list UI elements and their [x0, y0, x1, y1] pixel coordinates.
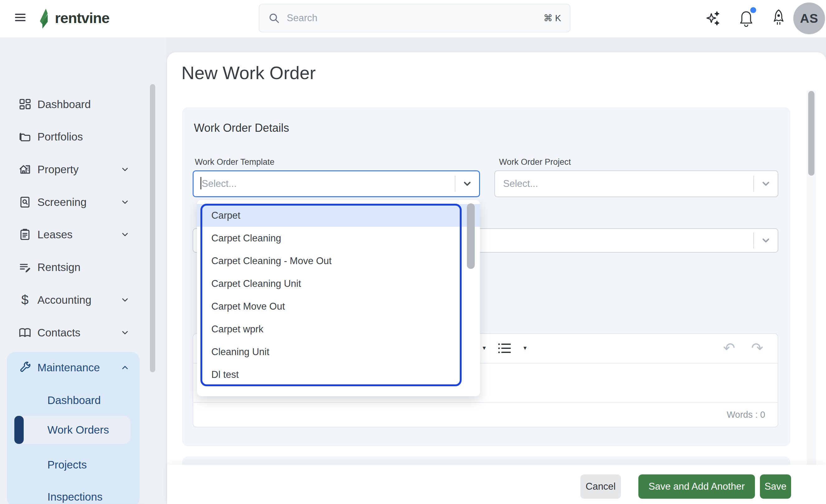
- template-dropdown-popup: Carpet Carpet Cleaning Carpet Cleaning -…: [197, 200, 480, 396]
- rocket-icon[interactable]: [770, 9, 787, 27]
- chevron-down-icon[interactable]: [754, 179, 778, 189]
- chevron-down-icon: [120, 165, 130, 174]
- word-count: Words : 0: [726, 410, 765, 420]
- sparkles-ai-icon[interactable]: [705, 10, 722, 27]
- work-order-project-label: Work Order Project: [499, 157, 571, 167]
- chevron-down-icon[interactable]: [455, 179, 479, 189]
- sidebar-item-rentsign[interactable]: Rentsign: [0, 256, 146, 278]
- sidebar-item-property[interactable]: Property: [0, 159, 146, 180]
- avatar[interactable]: AS: [793, 2, 825, 34]
- sidebar-subitem-label: Inspections: [47, 491, 103, 503]
- dollar-icon: $: [18, 293, 32, 307]
- rentvine-logo-icon[interactable]: [38, 8, 52, 29]
- sidebar-item-label: Rentsign: [38, 261, 80, 273]
- sidebar-item-label: Leases: [38, 228, 73, 241]
- sidebar-item-portfolios[interactable]: Portfolios: [0, 126, 146, 148]
- global-search-input[interactable]: Search ⌘ K: [259, 4, 571, 33]
- search-placeholder: Search: [287, 12, 537, 24]
- sidebar-item-label: Contacts: [38, 326, 80, 339]
- sidebar-item-leases[interactable]: Leases: [0, 224, 146, 245]
- dropdown-option[interactable]: Carpet Cleaning Unit: [197, 272, 480, 295]
- dashboard-grid-icon: [18, 98, 32, 111]
- redo-icon[interactable]: ↷: [751, 341, 763, 355]
- page-title: New Work Order: [181, 62, 316, 83]
- sidebar-subitem-label: Dashboard: [47, 394, 101, 406]
- bullet-list-icon[interactable]: [497, 342, 512, 355]
- dropdown-option[interactable]: Carpet Move Out: [197, 295, 480, 318]
- chevron-down-icon: [120, 230, 130, 239]
- leases-clipboard-icon: [18, 228, 32, 241]
- rentsign-signature-icon: [18, 260, 32, 274]
- notification-badge: [750, 7, 756, 13]
- work-order-template-select[interactable]: Select...: [193, 170, 480, 197]
- sidebar-item-work-orders[interactable]: Work Orders: [0, 419, 146, 441]
- work-order-project-select[interactable]: Select...: [494, 170, 778, 197]
- editor-footer: Words : 0: [193, 402, 778, 427]
- dropdown-option[interactable]: Carpet Cleaning - Move Out: [197, 250, 480, 272]
- save-button[interactable]: Save: [760, 475, 791, 499]
- sidebar-item-label: Portfolios: [38, 130, 83, 143]
- search-shortcut: ⌘ K: [544, 13, 561, 23]
- sidebar-subitem-label: Work Orders: [47, 424, 109, 436]
- sidebar-scrollbar[interactable]: [150, 84, 155, 372]
- avatar-initials: AS: [800, 11, 819, 26]
- chevron-down-icon: [120, 328, 130, 337]
- property-house-icon: [18, 163, 32, 176]
- sidebar-item-label: Accounting: [38, 294, 91, 306]
- brand-name[interactable]: rentvine: [55, 9, 109, 26]
- chevron-down-icon[interactable]: [754, 235, 778, 246]
- sidebar-item-label: Screening: [38, 196, 86, 208]
- sidebar-item-contacts[interactable]: Contacts: [0, 322, 146, 343]
- app-header: rentvine Search ⌘ K AS: [0, 0, 826, 38]
- cancel-button[interactable]: Cancel: [580, 475, 621, 499]
- template-select-placeholder: Select...: [193, 178, 455, 189]
- sidebar-item-maintenance-dashboard[interactable]: Dashboard: [0, 389, 146, 411]
- dropdown-option[interactable]: Cleaning Unit: [197, 340, 480, 363]
- chevron-down-icon: [120, 295, 130, 305]
- sidebar-subitem-label: Projects: [47, 458, 86, 471]
- sidebar-item-label: Maintenance: [38, 361, 100, 374]
- sidebar-item-dashboard[interactable]: Dashboard: [0, 93, 146, 115]
- dropdown-scrollbar-thumb[interactable]: [467, 203, 475, 269]
- sidebar-item-maintenance[interactable]: Maintenance: [0, 357, 146, 378]
- text-cursor: [200, 177, 201, 189]
- sidebar-item-accounting[interactable]: $ Accounting: [0, 289, 146, 311]
- save-and-add-another-button[interactable]: Save and Add Another: [638, 475, 755, 499]
- dropdown-option[interactable]: Carpet: [197, 204, 480, 227]
- section-title: Work Order Details: [194, 122, 289, 135]
- search-icon: [268, 12, 280, 24]
- dropdown-option[interactable]: Dl test: [197, 363, 480, 386]
- wrench-icon: [18, 361, 32, 374]
- folder-icon: [18, 130, 32, 144]
- notifications-bell-icon[interactable]: [738, 9, 754, 27]
- undo-icon[interactable]: ↶: [723, 341, 735, 355]
- sidebar-item-inspections[interactable]: Inspections: [0, 486, 146, 504]
- work-order-template-label: Work Order Template: [195, 157, 275, 167]
- list-dropdown-arrow-icon[interactable]: ▼: [522, 345, 528, 352]
- sidebar-nav: Dashboard Portfolios Property: [0, 38, 166, 504]
- contacts-book-icon: [18, 326, 32, 339]
- dropdown-option[interactable]: Carpet Cleaning: [197, 227, 480, 250]
- chevron-down-icon: [120, 197, 130, 207]
- sidebar-item-projects[interactable]: Projects: [0, 454, 146, 476]
- screening-document-icon: [18, 195, 32, 209]
- chevron-up-icon: [120, 363, 130, 372]
- sidebar-item-label: Property: [38, 163, 78, 176]
- main-scrollbar-thumb[interactable]: [808, 91, 815, 176]
- dropdown-option[interactable]: Carpet wprk: [197, 318, 480, 340]
- sidebar-item-screening[interactable]: Screening: [0, 191, 146, 213]
- project-select-placeholder: Select...: [495, 178, 753, 189]
- sidebar-item-label: Dashboard: [38, 98, 91, 111]
- hamburger-menu-icon[interactable]: [15, 12, 25, 23]
- format-dropdown-arrow-icon[interactable]: ▼: [482, 345, 487, 352]
